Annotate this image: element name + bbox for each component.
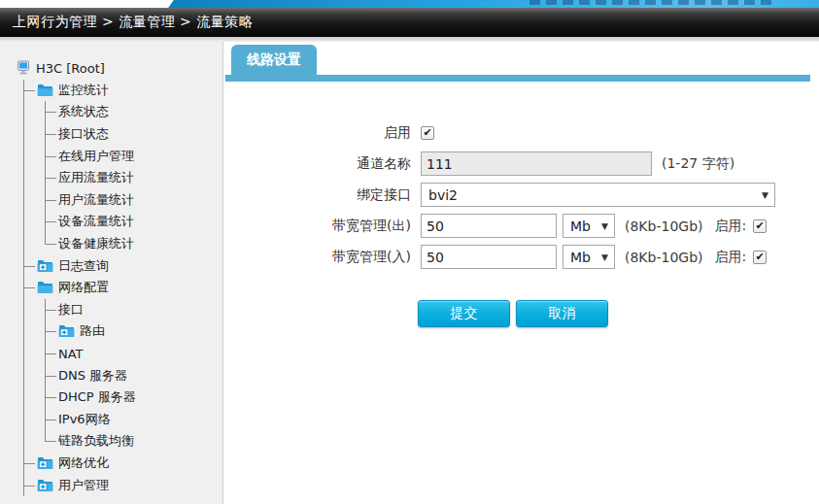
- bind-interface-select[interactable]: bvi2 ▼: [421, 183, 775, 207]
- sidebar-item[interactable]: IPv6网络: [58, 409, 222, 431]
- sidebar-item-label[interactable]: 监控统计: [58, 82, 109, 99]
- sidebar-item-label[interactable]: 用户流量统计: [58, 191, 134, 209]
- cancel-button[interactable]: 取消: [516, 300, 608, 327]
- folder-plus-icon[interactable]: [37, 259, 53, 273]
- sidebar-item[interactable]: 设备健康统计: [58, 233, 222, 255]
- sidebar-nav: H3C [Root]监控统计系统状态接口状态在线用户管理应用流量统计用户流量统计…: [0, 42, 223, 504]
- line-settings-form: 启用 ✔ 通道名称 (1-27 字符) 绑定接口 bvi2 ▼: [223, 119, 819, 327]
- bandwidth-out-label: 带宽管理(出): [223, 218, 411, 235]
- tab-line-settings[interactable]: 线路设置: [231, 45, 317, 75]
- folder-plus-icon[interactable]: [37, 479, 53, 492]
- sidebar-item[interactable]: 应用流量统计: [58, 167, 222, 189]
- bandwidth-in-label: 带宽管理(入): [223, 249, 411, 266]
- bandwidth-in-row: 带宽管理(入) Mb ▼ (8Kb-10Gb) 启用: ✔: [223, 244, 819, 270]
- bandwidth-out-row: 带宽管理(出) Mb ▼ (8Kb-10Gb) 启用: ✔: [223, 213, 819, 239]
- enable-row: 启用 ✔: [223, 119, 819, 146]
- sidebar-item-label[interactable]: DHCP 服务器: [58, 388, 136, 406]
- enable-label: 启用: [223, 124, 411, 142]
- sidebar-item[interactable]: 日志查询: [37, 254, 222, 277]
- bandwidth-out-enable-label: 启用:: [715, 218, 747, 235]
- sidebar-item-label[interactable]: DNS 服务器: [58, 367, 127, 385]
- sidebar-root-item[interactable]: H3C [Root]: [16, 57, 222, 80]
- sidebar-item-label[interactable]: 设备健康统计: [58, 235, 134, 252]
- sidebar-item[interactable]: DNS 服务器: [58, 364, 222, 386]
- bandwidth-in-unit-value: Mb: [570, 250, 591, 265]
- sidebar-item[interactable]: 系统状态: [58, 101, 222, 123]
- channel-name-row: 通道名称 (1-27 字符): [223, 151, 819, 177]
- sidebar-item-label[interactable]: 网络优化: [58, 454, 109, 472]
- sidebar-item[interactable]: 监控统计: [37, 80, 222, 102]
- sidebar-item-label[interactable]: NAT: [58, 347, 84, 361]
- sidebar-item-label[interactable]: 接口: [58, 301, 84, 319]
- bind-interface-value: bvi2: [428, 187, 458, 203]
- submit-button[interactable]: 提交: [418, 300, 510, 327]
- sidebar-item[interactable]: 路由: [58, 320, 222, 343]
- sidebar-item[interactable]: 网络配置: [37, 277, 222, 299]
- sidebar-item-label[interactable]: 链路负载均衡: [58, 432, 134, 450]
- channel-name-label: 通道名称: [223, 155, 411, 173]
- sidebar-item-label[interactable]: H3C [Root]: [36, 61, 105, 76]
- sidebar-item-label[interactable]: 用户管理: [58, 477, 109, 494]
- main-content: 线路设置 启用 ✔ 通道名称 (1-27 字符) 绑定接口: [223, 42, 819, 504]
- breadcrumb-bar: 上网行为管理 > 流量管理 > 流量策略: [0, 8, 819, 37]
- sidebar-item-label[interactable]: 接口状态: [58, 125, 109, 143]
- bandwidth-out-unit-select[interactable]: Mb ▼: [563, 214, 615, 238]
- bandwidth-out-unit-value: Mb: [570, 218, 591, 234]
- bandwidth-in-input[interactable]: [421, 245, 557, 269]
- sidebar-item-label[interactable]: 应用流量统计: [58, 169, 134, 186]
- channel-name-input[interactable]: [421, 151, 652, 176]
- top-banner: [0, 0, 819, 8]
- bandwidth-in-unit-select[interactable]: Mb ▼: [563, 245, 615, 269]
- bind-interface-row: 绑定接口 bvi2 ▼: [223, 182, 819, 208]
- bandwidth-in-enable-label: 启用:: [715, 249, 747, 266]
- nav-tree: H3C [Root]监控统计系统状态接口状态在线用户管理应用流量统计用户流量统计…: [16, 57, 222, 496]
- sidebar-item[interactable]: 接口: [58, 299, 222, 321]
- banner-logo-fragment: [529, 0, 772, 5]
- enable-checkbox[interactable]: ✔: [421, 126, 434, 140]
- sidebar-item-label[interactable]: 系统状态: [58, 103, 109, 120]
- sidebar-item-label[interactable]: IPv6网络: [58, 411, 111, 428]
- bandwidth-in-enable-checkbox[interactable]: ✔: [753, 251, 767, 264]
- folder-plus-icon[interactable]: [37, 456, 53, 470]
- chevron-down-icon: ▼: [601, 221, 608, 231]
- folder-open-icon[interactable]: [37, 281, 53, 294]
- sidebar-item[interactable]: DHCP 服务器: [58, 386, 222, 409]
- sidebar-item[interactable]: 在线用户管理: [58, 145, 222, 167]
- chevron-down-icon: ▼: [601, 252, 608, 262]
- folder-plus-icon[interactable]: [58, 324, 75, 338]
- folder-open-icon[interactable]: [37, 84, 53, 97]
- sidebar-item[interactable]: 接口状态: [58, 123, 222, 146]
- sidebar-item-label[interactable]: 设备流量统计: [58, 213, 134, 230]
- sidebar-item[interactable]: 网络优化: [37, 453, 222, 475]
- tab-underline-bar: [225, 75, 810, 82]
- chevron-down-icon: ▼: [762, 190, 768, 200]
- sidebar-item-label[interactable]: 在线用户管理: [58, 148, 134, 165]
- sidebar-item[interactable]: 用户流量统计: [58, 189, 222, 212]
- channel-name-hint: (1-27 字符): [662, 155, 734, 173]
- bandwidth-out-enable-checkbox[interactable]: ✔: [753, 219, 767, 233]
- sidebar-item-label[interactable]: 路由: [80, 322, 105, 340]
- sidebar-item-label[interactable]: 网络配置: [58, 279, 109, 296]
- breadcrumb: 上网行为管理 > 流量管理 > 流量策略: [0, 14, 253, 31]
- sidebar-item[interactable]: NAT: [58, 343, 222, 365]
- sidebar-item[interactable]: 用户管理: [37, 474, 222, 496]
- sidebar-item[interactable]: 链路负载均衡: [58, 430, 222, 453]
- sidebar-item-label[interactable]: 日志查询: [58, 257, 109, 275]
- bandwidth-in-range-hint: (8Kb-10Gb): [625, 250, 703, 265]
- bind-interface-label: 绑定接口: [223, 186, 411, 204]
- bandwidth-out-input[interactable]: [421, 214, 557, 238]
- sidebar-item[interactable]: 设备流量统计: [58, 211, 222, 233]
- computer-icon: [16, 60, 31, 76]
- bandwidth-out-range-hint: (8Kb-10Gb): [625, 218, 703, 234]
- form-actions: 提交 取消: [418, 300, 819, 327]
